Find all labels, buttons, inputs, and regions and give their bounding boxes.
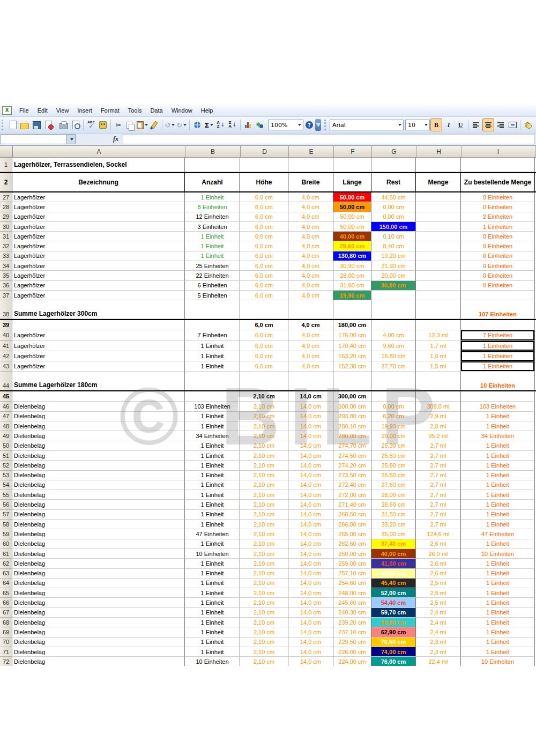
anzahl-cell[interactable]: 12 Einheiten bbox=[185, 212, 240, 222]
rest-cell[interactable]: 0,10 cm bbox=[371, 232, 416, 241]
anzahl-cell[interactable]: 1 Einheit bbox=[185, 647, 240, 657]
hoehe-cell[interactable]: 2,10 cm bbox=[240, 510, 288, 520]
menge-cell[interactable]: 2,7 ml bbox=[416, 461, 461, 470]
row-number[interactable]: 50 bbox=[0, 441, 12, 451]
menge-cell[interactable]: 2,7 ml bbox=[416, 451, 461, 461]
breite-cell[interactable]: 14,0 cm bbox=[288, 500, 333, 509]
font-size-select[interactable]: 10 bbox=[405, 120, 430, 130]
bezeichnung-cell[interactable]: Lagerhölzer bbox=[12, 291, 185, 300]
bezeichnung-cell[interactable]: Lagerhölzer bbox=[12, 232, 185, 241]
rest-cell[interactable]: 45,40 cm bbox=[371, 579, 416, 588]
permission-button[interactable] bbox=[43, 119, 54, 131]
menge-cell[interactable]: 1,5 ml bbox=[416, 361, 461, 372]
drawing-button[interactable] bbox=[255, 119, 265, 131]
empty-cell[interactable] bbox=[371, 300, 416, 319]
column-header-i[interactable]: I bbox=[461, 146, 535, 157]
bestellmenge-cell[interactable]: 1 Einheit bbox=[461, 588, 535, 598]
row-number[interactable]: 61 bbox=[0, 549, 12, 559]
bezeichnung-cell[interactable]: Dielenbelag bbox=[12, 490, 185, 500]
bezeichnung-cell[interactable]: Lagerhölzer bbox=[12, 281, 185, 291]
rest-cell[interactable]: 54,40 cm bbox=[371, 598, 416, 607]
row-number[interactable]: 35 bbox=[0, 271, 12, 280]
row-number[interactable]: 37 bbox=[0, 291, 12, 300]
row-number[interactable]: 49 bbox=[0, 431, 12, 441]
bezeichnung-cell[interactable]: Dielenbelag bbox=[12, 657, 185, 666]
bestellmenge-cell[interactable]: 1 Einheit bbox=[461, 608, 535, 618]
empty-cell[interactable] bbox=[461, 158, 535, 172]
empty-cell[interactable] bbox=[185, 320, 240, 330]
summe-total-cell[interactable]: 10 Einheiten bbox=[461, 372, 535, 390]
hoehe-cell[interactable]: 2,10 cm bbox=[240, 627, 288, 637]
bestellmenge-cell[interactable]: 1 Einheit bbox=[461, 500, 535, 509]
breite-cell[interactable]: 14,0 cm bbox=[288, 598, 333, 607]
sheet-title-cell[interactable]: Lagerhölzer, Terrassendielen, Sockel bbox=[12, 158, 185, 172]
column-title-cell[interactable]: Menge bbox=[416, 173, 461, 191]
empty-cell[interactable] bbox=[288, 158, 333, 172]
summe-label-cell[interactable]: Summe Lagerhölzer 180cm bbox=[12, 372, 185, 390]
anzahl-cell[interactable]: 1 Einheit bbox=[185, 500, 240, 509]
anzahl-cell[interactable]: 1 Einheit bbox=[185, 520, 240, 529]
help-button[interactable]: ? bbox=[304, 119, 315, 131]
hoehe-cell[interactable]: 2,10 cm bbox=[240, 529, 288, 539]
laenge-cell[interactable]: 274,70 cm bbox=[333, 441, 371, 451]
empty-cell[interactable] bbox=[185, 372, 240, 390]
breite-cell[interactable]: 4,0 cm bbox=[288, 341, 333, 351]
hoehe-cell[interactable]: 6,0 cm bbox=[240, 251, 288, 261]
breite-cell[interactable]: 4,0 cm bbox=[288, 251, 333, 261]
breite-cell[interactable]: 14,0 cm bbox=[288, 451, 333, 461]
menge-cell[interactable]: 2,7 ml bbox=[416, 510, 461, 520]
bezeichnung-cell[interactable]: Lagerhölzer bbox=[12, 271, 185, 280]
paste-button[interactable] bbox=[137, 119, 148, 131]
rest-cell[interactable]: 26,50 cm bbox=[371, 471, 416, 480]
anzahl-cell[interactable]: 8 Einheiten bbox=[185, 202, 240, 212]
hoehe-cell[interactable]: 6,0 cm bbox=[240, 361, 288, 372]
anzahl-cell[interactable]: 1 Einheit bbox=[185, 441, 240, 451]
autosum-dropdown-arrow[interactable] bbox=[210, 124, 213, 126]
rest-cell[interactable]: 19,90 cm bbox=[371, 421, 416, 431]
breite-cell[interactable]: 14,0 cm bbox=[288, 529, 333, 539]
laenge-cell[interactable]: 229,50 cm bbox=[333, 638, 371, 647]
anzahl-cell[interactable]: 1 Einheit bbox=[185, 232, 240, 241]
rest-cell[interactable]: 44,50 cm bbox=[371, 192, 416, 202]
empty-cell[interactable] bbox=[333, 372, 371, 390]
anzahl-cell[interactable]: 1 Einheit bbox=[185, 241, 240, 251]
row-number[interactable]: 56 bbox=[0, 500, 12, 509]
column-title-cell[interactable]: Rest bbox=[371, 173, 416, 191]
row-number[interactable]: 72 bbox=[0, 657, 12, 666]
dims-breite-cell[interactable]: 4,0 cm bbox=[288, 320, 333, 330]
row-number[interactable]: 39 bbox=[0, 320, 12, 330]
bezeichnung-cell[interactable]: Lagerhölzer bbox=[12, 351, 185, 361]
rest-cell[interactable]: 37,40 cm bbox=[371, 539, 416, 549]
dims-laenge-cell[interactable]: 180,00 cm bbox=[333, 320, 371, 330]
bestellmenge-cell[interactable]: 1 Einheit bbox=[461, 579, 535, 588]
row-number[interactable]: 38 bbox=[0, 300, 12, 319]
row-number[interactable]: 46 bbox=[0, 402, 12, 411]
anzahl-cell[interactable]: 5 Einheiten bbox=[185, 291, 240, 300]
menge-cell[interactable]: 2,8 ml bbox=[416, 421, 461, 431]
breite-cell[interactable]: 14,0 cm bbox=[288, 471, 333, 480]
laenge-cell[interactable]: 260,00 cm bbox=[333, 549, 371, 559]
bezeichnung-cell[interactable]: Dielenbelag bbox=[12, 500, 185, 509]
menge-cell[interactable] bbox=[416, 291, 461, 300]
anzahl-cell[interactable]: 1 Einheit bbox=[185, 598, 240, 607]
breite-cell[interactable]: 4,0 cm bbox=[288, 330, 333, 340]
menu-insert[interactable]: Insert bbox=[73, 106, 96, 115]
hoehe-cell[interactable]: 2,10 cm bbox=[240, 579, 288, 588]
empty-cell[interactable] bbox=[461, 320, 535, 330]
rest-cell[interactable]: 27,60 cm bbox=[371, 480, 416, 490]
anzahl-cell[interactable]: 1 Einheit bbox=[185, 588, 240, 598]
anzahl-cell[interactable]: 3 Einheiten bbox=[185, 222, 240, 232]
anzahl-cell[interactable]: 103 Einheiten bbox=[185, 402, 240, 411]
hoehe-cell[interactable]: 6,0 cm bbox=[240, 281, 288, 291]
bezeichnung-cell[interactable]: Dielenbelag bbox=[12, 598, 185, 607]
breite-cell[interactable]: 14,0 cm bbox=[288, 627, 333, 637]
laenge-cell[interactable]: 163,20 cm bbox=[333, 351, 371, 361]
empty-cell[interactable] bbox=[333, 158, 371, 172]
menu-tools[interactable]: Tools bbox=[124, 106, 146, 115]
bezeichnung-cell[interactable]: Dielenbelag bbox=[12, 638, 185, 647]
dims-hoehe-cell[interactable]: 6,0 cm bbox=[240, 320, 288, 330]
rest-cell[interactable] bbox=[371, 291, 416, 300]
menge-cell[interactable] bbox=[416, 241, 461, 251]
rest-cell[interactable]: 25,50 cm bbox=[371, 451, 416, 461]
menge-cell[interactable]: 2,4 ml bbox=[416, 627, 461, 637]
